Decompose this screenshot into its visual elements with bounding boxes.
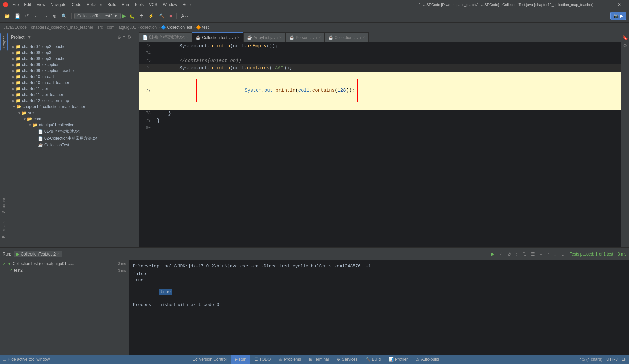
breadcrumb-item-7[interactable]: 🔷 CollectionTest xyxy=(161,25,192,30)
collapse-all-icon[interactable]: ≡ xyxy=(123,34,126,40)
tree-arrow-ch12[interactable]: ▶ xyxy=(12,99,15,103)
tab-txt01[interactable]: 📄 01-集合框架概述.txt ✕ xyxy=(139,32,192,42)
run-up-btn[interactable]: ↑ xyxy=(545,250,551,258)
tree-item-ch12t[interactable]: ▼ 📂 chapter12_collection_map_teacher xyxy=(8,104,139,110)
run-sort2-btn[interactable]: ⇅ xyxy=(521,250,528,258)
tree-arrow-ch12t[interactable]: ▼ xyxy=(12,105,16,109)
menu-help[interactable]: Help xyxy=(182,2,191,7)
run-play-btn[interactable]: ▶ xyxy=(489,250,496,258)
breadcrumb-item-5[interactable]: atguigu01 xyxy=(119,25,136,30)
status-tab-vcs[interactable]: ⎇ Version Control xyxy=(189,355,231,364)
tree-arrow-ch11t[interactable]: ▶ xyxy=(12,93,15,97)
menu-refactor[interactable]: Refactor xyxy=(87,2,102,7)
tree-item-txt02[interactable]: 📄 02-Collection中的常用方法.txt xyxy=(8,135,139,142)
tree-item-txt01[interactable]: 📄 01-集合框架概述.txt xyxy=(8,128,139,135)
tree-item-ch10[interactable]: ▶ 📁 chapter10_thread xyxy=(8,74,139,80)
editor-content[interactable]: 73 System.out.println(coll.isEmpty()); 7… xyxy=(139,42,621,247)
tree-arrow-ch08[interactable]: ▶ xyxy=(12,51,15,55)
test-expand-ct[interactable]: ▼ xyxy=(7,261,11,266)
tree-item-src[interactable]: ▼ 📂 src xyxy=(8,110,139,116)
structure-icon[interactable]: ⚙ xyxy=(623,43,627,48)
tree-arrow-ch10[interactable]: ▶ xyxy=(12,75,15,79)
tab-close-arraylist[interactable]: ✕ xyxy=(279,35,282,39)
status-tab-services[interactable]: ⚙ Services xyxy=(333,355,361,364)
run-config-selector[interactable]: CollectionTest.test2 ▼ xyxy=(74,13,121,19)
hide-tool-window[interactable]: ☐ Hide active tool window xyxy=(0,357,52,362)
breadcrumb-item-1[interactable]: JavaSECode xyxy=(3,25,27,30)
tab-person[interactable]: ☕ Person.java ✕ xyxy=(286,32,324,42)
breadcrumb-item-3[interactable]: src xyxy=(98,25,103,30)
tab-close-person[interactable]: ✕ xyxy=(318,35,321,39)
breadcrumb-item-6[interactable]: collection xyxy=(140,25,157,30)
run-button[interactable]: ▶ xyxy=(122,13,126,19)
coverage-button[interactable]: ☂ xyxy=(138,12,145,20)
menu-edit[interactable]: Edit xyxy=(24,2,31,7)
run-tab-close[interactable]: ✕ xyxy=(57,252,60,256)
tree-item-ch10t[interactable]: ▶ 📁 chapter10_thread_teacher xyxy=(8,80,139,86)
tree-arrow-ch07[interactable]: ▶ xyxy=(12,45,15,49)
tree-item-com[interactable]: ▼ 📂 com xyxy=(8,116,139,122)
stop-button[interactable]: ■ xyxy=(168,12,174,20)
status-tab-autobuild[interactable]: ⚠ Auto-build xyxy=(412,355,443,364)
tree-item-ch09t[interactable]: ▶ 📁 chapter09_exception_teacher xyxy=(8,68,139,74)
tab-arraylist[interactable]: ☕ ArrayList.java ✕ xyxy=(243,32,286,42)
status-tab-run[interactable]: ▶ Run xyxy=(231,355,250,364)
tree-arrow-ch11[interactable]: ▶ xyxy=(12,87,15,91)
menu-navigate[interactable]: Navigate xyxy=(51,2,66,7)
bookmark-icon[interactable]: 🔖 xyxy=(622,35,628,40)
tree-arrow-ch08t[interactable]: ▶ xyxy=(12,57,15,61)
status-tab-todo[interactable]: ☰ TODO xyxy=(250,355,275,364)
camera-overlay[interactable]: 📷 ▶ xyxy=(610,12,626,20)
status-tab-profiler[interactable]: 📊 Profiler xyxy=(385,355,412,364)
run-tree-btn[interactable]: ≡ xyxy=(538,250,544,258)
profile-button[interactable]: ⚡ xyxy=(147,12,156,20)
status-tab-build[interactable]: 🔨 Build xyxy=(361,355,385,364)
sidebar-tab-bookmarks[interactable]: Bookmarks xyxy=(0,217,8,241)
test-tree-item-test2[interactable]: ✓ test2 3 ms xyxy=(0,267,129,274)
tab-close-txt01[interactable]: ✕ xyxy=(186,35,188,39)
tree-item-ch07[interactable]: ▶ 📁 chapter07_oop2_teacher xyxy=(8,44,139,50)
menu-build[interactable]: Build xyxy=(107,2,116,7)
menu-tools[interactable]: Tools xyxy=(134,2,144,7)
save-button[interactable]: 💾 xyxy=(13,12,22,20)
tab-close-ct[interactable]: ✕ xyxy=(237,35,240,39)
tree-arrow-atguigu[interactable]: ▼ xyxy=(28,123,32,127)
panel-close-icon[interactable]: − xyxy=(133,34,136,40)
back-button[interactable]: ← xyxy=(32,12,40,20)
window-close[interactable]: ✕ xyxy=(618,2,621,7)
translate-button[interactable]: A↔ xyxy=(179,12,190,20)
tree-arrow-ch09[interactable]: ▶ xyxy=(12,63,15,67)
tree-item-ch11[interactable]: ▶ 📁 chapter11_api xyxy=(8,86,139,92)
run-down-btn[interactable]: ↓ xyxy=(552,250,558,258)
menu-code[interactable]: Code xyxy=(72,2,81,7)
tree-item-atguigu[interactable]: ▼ 📂 atguigu01.collection xyxy=(8,122,139,128)
forward-button[interactable]: → xyxy=(42,12,50,20)
tree-arrow-com[interactable]: ▼ xyxy=(23,117,26,121)
tree-item-collectiontest[interactable]: ☕ CollectionTest xyxy=(8,142,139,148)
run-sort-btn[interactable]: ↕ xyxy=(514,250,520,258)
panel-dropdown-icon[interactable]: ▼ xyxy=(27,34,32,40)
menu-window[interactable]: Window xyxy=(163,2,177,7)
tab-close-collection[interactable]: ✕ xyxy=(362,35,365,39)
search-everywhere-button[interactable]: 🔍 xyxy=(60,12,69,20)
menu-vcs[interactable]: VCS xyxy=(149,2,158,7)
test-tree-item-ct[interactable]: ✓ ▼ CollectionTest (com.atguigu01.cc… 3 … xyxy=(0,260,129,267)
run-pass-btn[interactable]: ✓ xyxy=(497,250,504,258)
recent-files-button[interactable]: ⊕ xyxy=(51,12,58,20)
menu-file[interactable]: File xyxy=(12,2,19,7)
sidebar-tab-structure[interactable]: Structure xyxy=(0,195,8,216)
tab-collection[interactable]: ☕ Collection.java ✕ xyxy=(325,32,369,42)
panel-settings-icon[interactable]: ⚙ xyxy=(127,34,131,40)
build-button[interactable]: 🔨 xyxy=(157,12,166,20)
status-tab-terminal[interactable]: ⊞ Terminal xyxy=(305,355,333,364)
sidebar-tab-project[interactable]: Project xyxy=(0,33,8,50)
tree-arrow-src[interactable]: ▼ xyxy=(18,111,21,115)
run-tab-ct[interactable]: ▶ CollectionTest.test2 ✕ xyxy=(14,251,62,257)
breadcrumb-item-8[interactable]: 🔶 test xyxy=(196,25,209,30)
breadcrumb-item-2[interactable]: chapter12_collection_map_teacher xyxy=(31,25,93,30)
sync-button[interactable]: ↺ xyxy=(23,12,31,20)
locate-file-icon[interactable]: ⊕ xyxy=(117,34,121,40)
tree-item-ch12[interactable]: ▶ 📁 chapter12_collection_map xyxy=(8,98,139,104)
tree-item-ch09[interactable]: ▶ 📁 chapter09_exception xyxy=(8,62,139,68)
debug-button[interactable]: 🐛 xyxy=(127,12,136,20)
